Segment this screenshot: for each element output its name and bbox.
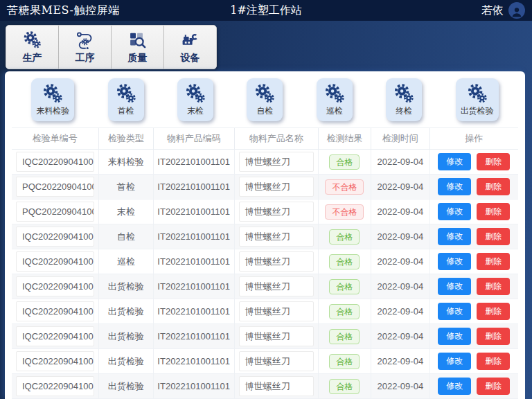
tab-label: 工序 (76, 52, 95, 64)
delete-button[interactable]: 删除 (477, 253, 510, 270)
result-badge: 合格 (329, 254, 360, 269)
result-badge: 不合格 (325, 179, 364, 195)
tab-equipment[interactable]: 设备 (164, 26, 216, 69)
cell-result: 合格 (319, 150, 371, 174)
gears-icon (116, 83, 136, 104)
cell-material-name: 博世螺丝刀 (235, 224, 319, 249)
order-no-value: IQC202209041001 (16, 376, 94, 396)
order-no-value: IQC202209041001 (16, 276, 94, 296)
cell-date: 2022-09-04 (371, 349, 430, 373)
tab-label: 质量 (128, 52, 148, 64)
quality-search-icon (128, 30, 147, 49)
cell-order-no: IQC202209041001 (12, 324, 99, 348)
inspection-type-button[interactable]: 自检 (247, 78, 283, 121)
cell-result: 合格 (319, 324, 371, 348)
cell-result: 合格 (319, 249, 371, 274)
edit-button[interactable]: 修改 (438, 328, 471, 345)
username: 若依 (481, 3, 504, 18)
edit-button[interactable]: 修改 (438, 228, 471, 245)
cell-order-no: IQC202209041001 (12, 150, 99, 174)
edit-button[interactable]: 修改 (438, 178, 471, 195)
cell-order-no: PQC202209041001 (12, 200, 99, 224)
result-badge: 合格 (329, 329, 360, 344)
cell-order-no: IQC202209041001 (12, 274, 99, 299)
cell-material-code: IT2022101001101 (154, 274, 235, 299)
cell-check-type: 出货检验 (99, 374, 154, 398)
cell-material-code: IT2022101001101 (154, 374, 235, 398)
cell-date: 2022-09-04 (371, 200, 430, 224)
cell-check-type: 自检 (99, 224, 154, 249)
inspection-type-label: 巡检 (326, 105, 343, 117)
delete-button[interactable]: 删除 (477, 353, 510, 370)
cell-date: 2022-09-04 (371, 249, 430, 274)
cell-result: 合格 (319, 349, 371, 373)
material-name-value: 博世螺丝刀 (239, 202, 314, 222)
table-body: IQC202209041001 来料检验 IT2022101001101 博世螺… (12, 150, 518, 399)
equipment-machine-icon (181, 30, 200, 49)
edit-button[interactable]: 修改 (438, 353, 471, 370)
cell-date: 2022-09-04 (371, 374, 430, 398)
order-no-value: IQC202209041001 (16, 251, 94, 272)
cell-actions: 修改 删除 (430, 299, 518, 323)
delete-button[interactable]: 删除 (477, 328, 510, 345)
delete-button[interactable]: 删除 (477, 228, 510, 245)
order-no-value: IQC202209041001 (16, 326, 94, 346)
module-tab-bar: 生产 工序 质量 设备 (6, 25, 217, 69)
cell-material-name: 博世螺丝刀 (235, 324, 319, 348)
result-badge: 合格 (329, 379, 360, 394)
edit-button[interactable]: 修改 (438, 303, 471, 320)
cell-order-no: IQC202209041001 (12, 299, 99, 323)
cell-material-name: 博世螺丝刀 (235, 175, 319, 199)
tab-production[interactable]: 生产 (6, 26, 59, 69)
delete-button[interactable]: 删除 (477, 303, 510, 320)
cell-actions: 修改 删除 (430, 150, 518, 174)
material-name-value: 博世螺丝刀 (239, 376, 314, 396)
edit-button[interactable]: 修改 (438, 378, 471, 395)
cell-material-code: IT2022101001101 (154, 150, 235, 174)
edit-button[interactable]: 修改 (438, 153, 471, 170)
gears-icon (42, 83, 63, 104)
user-menu[interactable]: 若依 (481, 2, 525, 19)
cell-result: 合格 (319, 274, 371, 299)
delete-button[interactable]: 删除 (477, 378, 510, 395)
production-gears-icon (23, 30, 42, 49)
inspection-type-button[interactable]: 终检 (386, 78, 422, 121)
cell-material-name: 博世螺丝刀 (235, 299, 319, 323)
delete-button[interactable]: 删除 (477, 178, 510, 195)
table-row: IQC202209041001 出货检验 IT2022101001101 博世螺… (12, 374, 518, 399)
cell-result: 合格 (319, 299, 371, 323)
edit-button[interactable]: 修改 (438, 203, 471, 220)
edit-button[interactable]: 修改 (438, 253, 471, 270)
material-name-value: 博世螺丝刀 (239, 177, 314, 197)
col-header-material-name: 物料产品名称 (235, 128, 319, 149)
delete-button[interactable]: 删除 (477, 153, 510, 170)
order-no-value: IQC202209041001 (16, 351, 94, 371)
cell-check-type: 首检 (99, 175, 154, 199)
table-row: IQC202209041001 来料检验 IT2022101001101 博世螺… (12, 150, 518, 175)
quality-panel: 来料检验 首检 末检 自检 巡检 终检 (5, 71, 525, 399)
cell-order-no: IQC202209041001 (12, 349, 99, 373)
inspection-type-button[interactable]: 首检 (108, 78, 144, 121)
tab-process[interactable]: 工序 (59, 26, 112, 69)
delete-button[interactable]: 删除 (477, 278, 510, 295)
inspection-type-button[interactable]: 末检 (177, 78, 213, 121)
edit-button[interactable]: 修改 (438, 278, 471, 295)
tab-quality[interactable]: 质量 (112, 26, 164, 69)
inspection-type-label: 末检 (187, 105, 204, 117)
cell-check-type: 巡检 (99, 249, 154, 274)
inspection-type-button[interactable]: 巡检 (317, 78, 353, 121)
material-name-value: 博世螺丝刀 (239, 227, 314, 247)
cell-material-code: IT2022101001101 (154, 224, 235, 249)
avatar[interactable] (508, 2, 525, 19)
col-header-order-no: 检验单编号 (12, 128, 99, 149)
cell-check-type: 来料检验 (99, 150, 154, 174)
inspection-type-button[interactable]: 出货检验 (456, 78, 499, 121)
col-header-check-type: 检验类型 (99, 128, 154, 149)
delete-button[interactable]: 删除 (477, 203, 510, 220)
table-row: PQC202209041001 首检 IT2022101001101 博世螺丝刀… (12, 175, 518, 200)
inspection-type-button[interactable]: 来料检验 (31, 78, 74, 121)
result-badge: 合格 (329, 229, 360, 245)
result-badge: 合格 (329, 354, 360, 369)
order-no-value: IQC202209041001 (16, 152, 94, 172)
cell-actions: 修改 删除 (430, 200, 518, 224)
